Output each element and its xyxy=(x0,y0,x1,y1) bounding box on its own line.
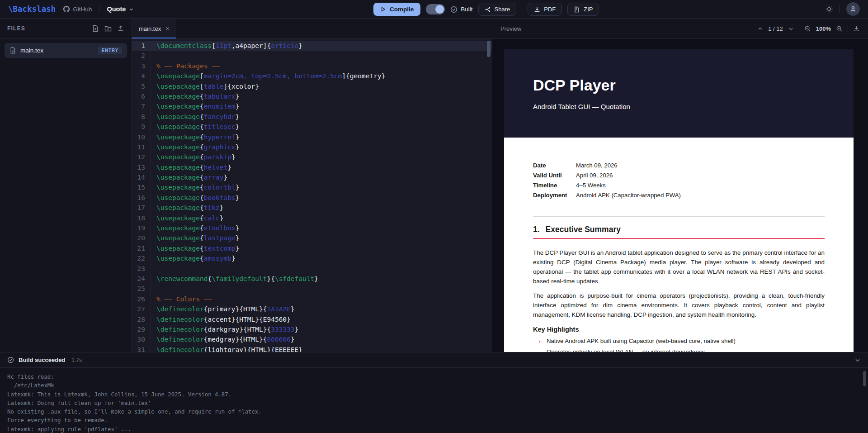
pdf-info-row: DateMarch 09, 2026 xyxy=(533,160,825,170)
code-token: \usepackage xyxy=(156,245,200,252)
code-token: { xyxy=(200,214,204,222)
code-line[interactable]: 27\definecolor{primary}{HTML}{1A1A2E} xyxy=(132,304,492,314)
code-token: titlesec xyxy=(204,123,236,130)
theme-toggle-button[interactable] xyxy=(825,5,833,13)
code-token: { xyxy=(200,164,204,171)
code-line[interactable]: 29\definecolor{darkgray}{HTML}{333333} xyxy=(132,324,492,334)
line-number: 6 xyxy=(132,91,151,101)
info-value: March 09, 2026 xyxy=(576,162,618,169)
share-button[interactable]: Share xyxy=(478,3,517,16)
close-icon[interactable]: × xyxy=(165,25,169,32)
code-line[interactable]: 1\documentclass[11pt,a4paper]{article} xyxy=(132,41,492,51)
log-line: /etc/LatexMk xyxy=(7,381,861,390)
code-line[interactable]: 25 xyxy=(132,284,492,294)
code-token: \usepackage xyxy=(156,164,200,171)
code-line[interactable]: 17\usepackage{tikz} xyxy=(132,203,492,213)
code-token: } xyxy=(236,184,240,191)
user-avatar[interactable] xyxy=(846,2,860,16)
code-line[interactable]: 8\usepackage{fancyhdr} xyxy=(132,112,492,122)
code-line[interactable]: 15\usepackage{colortbl} xyxy=(132,182,492,192)
log-scrollbar[interactable] xyxy=(863,371,866,386)
download-icon xyxy=(534,6,540,13)
info-value: April 09, 2026 xyxy=(576,172,613,179)
auto-build-toggle[interactable] xyxy=(426,4,445,14)
file-icon xyxy=(9,47,16,54)
code-text: \usepackage{fancyhdr} xyxy=(151,112,239,122)
code-line[interactable]: 23 xyxy=(132,264,492,274)
pdf-bullet-list: •Native Android APK built using Capacito… xyxy=(533,338,825,352)
code-line[interactable]: 12\usepackage{parskip} xyxy=(132,152,492,162)
code-area[interactable]: 1\documentclass[11pt,a4paper]{article}23… xyxy=(132,39,492,352)
code-line[interactable]: 5\usepackage[table]{xcolor} xyxy=(132,81,492,91)
code-line[interactable]: 22\usepackage{amssymb} xyxy=(132,253,492,263)
zoom-in-icon[interactable] xyxy=(836,25,843,32)
code-token: } xyxy=(231,255,236,262)
code-line[interactable]: 2 xyxy=(132,51,492,61)
chevron-down-icon[interactable] xyxy=(788,26,794,32)
code-line[interactable]: 21\usepackage{textcomp} xyxy=(132,243,492,253)
code-token: { xyxy=(200,184,204,191)
code-token: 333333 xyxy=(271,326,294,333)
new-file-icon[interactable] xyxy=(92,25,99,32)
code-line[interactable]: 28\definecolor{accent}{HTML}{E94560} xyxy=(132,314,492,324)
code-line[interactable]: 20\usepackage{lastpage} xyxy=(132,233,492,243)
pdf-title-block: DCP Player Android Tablet GUI — Quotatio… xyxy=(504,49,854,138)
code-line[interactable]: 24\renewcommand{\familydefault}{\sfdefau… xyxy=(132,274,492,284)
line-number: 12 xyxy=(132,152,151,162)
section-title: Executive Summary xyxy=(546,225,621,234)
line-number: 29 xyxy=(132,324,151,334)
code-line[interactable]: 7\usepackage{enumitem} xyxy=(132,101,492,111)
preview-body[interactable]: DCP Player Android Tablet GUI — Quotatio… xyxy=(492,39,868,352)
pdf-info-row: Valid UntilApril 09, 2026 xyxy=(533,170,825,180)
pdf-download-button[interactable]: PDF xyxy=(528,3,562,16)
code-line[interactable]: 31\definecolor{lightgray}{HTML}{EEEEEE} xyxy=(132,345,492,352)
project-menu-button[interactable]: Quote xyxy=(107,5,134,13)
code-text: \usepackage{titlesec} xyxy=(151,122,239,132)
build-bar[interactable]: Build succeeded 1.7s xyxy=(0,352,868,368)
code-text: \definecolor{lightgray}{HTML}{EEEEEE} xyxy=(151,345,302,352)
download-icon[interactable] xyxy=(853,25,860,32)
line-number: 25 xyxy=(132,284,151,294)
code-line[interactable]: 30\definecolor{medgray}{HTML}{666666} xyxy=(132,334,492,344)
code-line[interactable]: 10\usepackage{hyperref} xyxy=(132,132,492,142)
editor-scrollbar[interactable] xyxy=(487,41,491,57)
file-row-main-tex[interactable]: main.tex ENTRY xyxy=(5,43,127,58)
code-token: margin=2cm, top=2.5cm, bottom=2.5cm xyxy=(204,72,342,80)
code-token: \definecolor xyxy=(156,305,204,313)
code-line[interactable]: 11\usepackage{graphicx} xyxy=(132,142,492,152)
compile-button[interactable]: Compile xyxy=(373,3,420,16)
code-line[interactable]: 26% —— Colors —— xyxy=(132,294,492,304)
line-number: 21 xyxy=(132,243,151,253)
code-token: { xyxy=(200,194,204,201)
code-token: \usepackage xyxy=(156,153,200,161)
code-line[interactable]: 4\usepackage[margin=2cm, top=2.5cm, bott… xyxy=(132,71,492,81)
chevron-up-icon[interactable] xyxy=(757,26,763,32)
code-line[interactable]: 6\usepackage{tabularx} xyxy=(132,91,492,101)
code-line[interactable]: 9\usepackage{titlesec} xyxy=(132,122,492,132)
code-line[interactable]: 18\usepackage{calc} xyxy=(132,213,492,223)
tab-main-tex[interactable]: main.tex × xyxy=(132,19,176,38)
collapse-log-button[interactable] xyxy=(854,357,861,363)
upload-icon[interactable] xyxy=(117,25,124,32)
build-log[interactable]: Rc files read: /etc/LatexMkLatexmk: This… xyxy=(0,368,868,433)
code-token: { xyxy=(200,224,204,232)
new-folder-icon[interactable] xyxy=(104,25,112,32)
pdf-highlights-title: Key Highlights xyxy=(533,326,825,333)
zip-download-button[interactable]: ZIP xyxy=(567,3,599,16)
code-line[interactable]: 19\usepackage{etoolbox} xyxy=(132,223,492,233)
zoom-out-icon[interactable] xyxy=(804,25,811,32)
code-text: \usepackage{etoolbox} xyxy=(151,223,239,233)
line-number: 2 xyxy=(132,51,151,61)
code-line[interactable]: 3% —— Packages —— xyxy=(132,61,492,71)
code-line[interactable]: 13\usepackage{helvet} xyxy=(132,162,492,172)
info-label: Date xyxy=(533,162,576,169)
code-text: \definecolor{darkgray}{HTML}{333333} xyxy=(151,324,298,334)
github-link[interactable]: GitHub xyxy=(63,5,92,13)
code-token: } xyxy=(236,113,240,120)
code-token: } xyxy=(220,204,224,211)
code-line[interactable]: 14\usepackage{array} xyxy=(132,172,492,182)
code-token: {medgray}{HTML}{ xyxy=(204,336,267,343)
code-token: { xyxy=(200,93,204,100)
code-line[interactable]: 16\usepackage{booktabs} xyxy=(132,193,492,203)
line-number: 18 xyxy=(132,213,151,223)
